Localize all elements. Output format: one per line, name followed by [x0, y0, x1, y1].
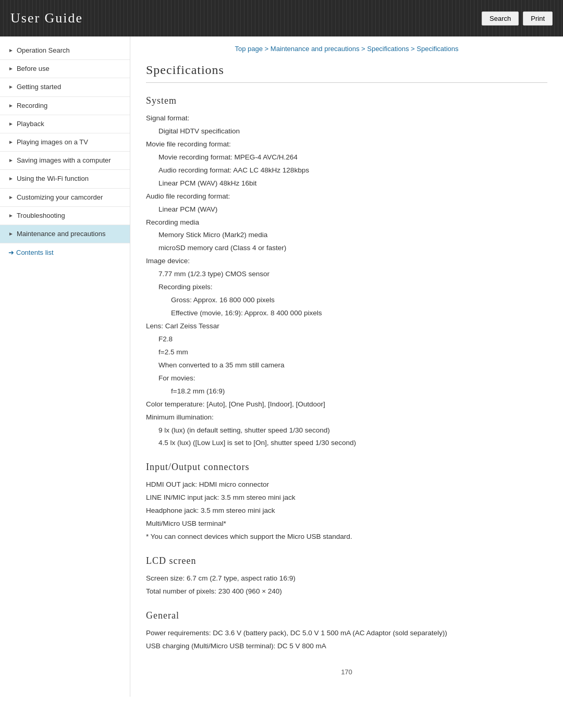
system-line-10: microSD memory card (Class 4 or faster) [158, 242, 547, 254]
header-buttons: Search Print [482, 11, 553, 26]
sidebar-item-label: Maintenance and precautions [17, 229, 121, 239]
system-line-11: Image device: [146, 255, 547, 267]
system-line-15: Effective (movie, 16:9): Approx. 8 400 0… [171, 307, 547, 319]
sidebar: ► Operation Search ► Before use ► Gettin… [0, 36, 130, 697]
system-line-6: Audio file recording format: [146, 191, 547, 203]
page-title: Specifications [146, 63, 547, 83]
content-area: Top page > Maintenance and precautions >… [130, 36, 563, 697]
section-heading-system: System [146, 95, 547, 106]
system-line-22: Color temperature: [Auto], [One Push], [… [146, 399, 547, 411]
system-line-25: 4.5 lx (lux) ([Low Lux] is set to [On], … [158, 437, 547, 449]
arrow-icon: ► [8, 230, 14, 238]
breadcrumb-specs-parent[interactable]: Specifications [367, 45, 409, 53]
sidebar-item-saving-images[interactable]: ► Saving images with a computer [0, 152, 130, 170]
system-line-9: Memory Stick Micro (Mark2) media [158, 229, 547, 241]
system-line-20: For movies: [158, 373, 547, 385]
io-line-1: LINE IN/MIC input jack: 3.5 mm stereo mi… [146, 492, 547, 504]
arrow-icon: ► [8, 212, 14, 219]
page-number: 170 [146, 668, 547, 676]
arrow-icon: ► [8, 102, 14, 109]
lcd-line-0: Screen size: 6.7 cm (2.7 type, aspect ra… [146, 573, 547, 585]
system-line-13: Recording pixels: [158, 281, 547, 293]
sidebar-item-label: Playing images on a TV [17, 138, 121, 147]
system-line-0: Signal format: [146, 113, 547, 125]
sidebar-item-playing-images[interactable]: ► Playing images on a TV [0, 133, 130, 152]
arrow-icon: ► [8, 139, 14, 146]
section-io-content: HDMI OUT jack: HDMI micro connector LINE… [146, 479, 547, 543]
system-line-8: Recording media [146, 217, 547, 229]
sidebar-item-customizing[interactable]: ► Customizing your camcorder [0, 189, 130, 207]
io-line-0: HDMI OUT jack: HDMI micro connector [146, 479, 547, 491]
breadcrumb: Top page > Maintenance and precautions >… [146, 45, 547, 53]
system-line-3: Movie recording format: MPEG-4 AVC/H.264 [158, 152, 547, 164]
breadcrumb-top[interactable]: Top page [235, 45, 263, 53]
sidebar-item-label: Customizing your camcorder [17, 193, 121, 202]
arrow-icon: ► [8, 65, 14, 72]
system-line-19: When converted to a 35 mm still camera [158, 360, 547, 372]
arrow-icon: ► [8, 120, 14, 128]
sidebar-item-getting-started[interactable]: ► Getting started [0, 78, 130, 96]
system-line-17: F2.8 [158, 334, 547, 346]
system-line-5: Linear PCM (WAV) 48kHz 16bit [158, 178, 547, 190]
sidebar-item-recording[interactable]: ► Recording [0, 97, 130, 115]
section-heading-general: General [146, 610, 547, 621]
sidebar-item-troubleshooting[interactable]: ► Troubleshooting [0, 207, 130, 225]
sidebar-item-maintenance[interactable]: ► Maintenance and precautions [0, 225, 130, 243]
arrow-icon: ► [8, 175, 14, 182]
section-general-content: Power requirements: DC 3.6 V (battery pa… [146, 627, 547, 652]
general-line-1: USB charging (Multi/Micro USB terminal):… [146, 640, 547, 652]
contents-link-label: Contents list [16, 249, 54, 256]
system-line-18: f=2.5 mm [158, 347, 547, 359]
arrow-icon: ► [8, 157, 14, 164]
main-layout: ► Operation Search ► Before use ► Gettin… [0, 36, 563, 697]
system-line-14: Gross: Approx. 16 800 000 pixels [171, 294, 547, 306]
system-line-7: Linear PCM (WAV) [158, 204, 547, 216]
sidebar-item-label: Operation Search [17, 46, 121, 55]
header: User Guide Search Print [0, 0, 563, 36]
sidebar-item-operation-search[interactable]: ► Operation Search [0, 42, 130, 60]
section-lcd-content: Screen size: 6.7 cm (2.7 type, aspect ra… [146, 573, 547, 598]
sidebar-item-playback[interactable]: ► Playback [0, 115, 130, 133]
sidebar-item-label: Troubleshooting [17, 211, 121, 220]
system-line-12: 7.77 mm (1/2.3 type) CMOS sensor [158, 268, 547, 280]
arrow-right-icon: ➜ [8, 249, 14, 256]
system-line-21: f=18.2 mm (16:9) [171, 386, 547, 398]
section-heading-io: Input/Output connectors [146, 462, 547, 473]
sidebar-item-label: Using the Wi-Fi function [17, 174, 121, 183]
sidebar-item-label: Playback [17, 119, 121, 129]
io-line-3: Multi/Micro USB terminal* [146, 518, 547, 530]
system-line-23: Minimum illumination: [146, 412, 547, 424]
section-system-content: Signal format: Digital HDTV specificatio… [146, 113, 547, 449]
arrow-icon: ► [8, 83, 14, 91]
sidebar-item-label: Saving images with a computer [17, 156, 121, 165]
system-line-1: Digital HDTV specification [158, 126, 547, 138]
print-button[interactable]: Print [523, 11, 553, 26]
breadcrumb-maintenance[interactable]: Maintenance and precautions [271, 45, 360, 53]
sidebar-item-wifi[interactable]: ► Using the Wi-Fi function [0, 170, 130, 188]
arrow-icon: ► [8, 194, 14, 201]
general-line-0: Power requirements: DC 3.6 V (battery pa… [146, 627, 547, 639]
arrow-icon: ► [8, 47, 14, 54]
system-line-16: Lens: Carl Zeiss Tessar [146, 320, 547, 332]
sidebar-item-label: Before use [17, 64, 121, 73]
sidebar-item-label: Getting started [17, 82, 121, 92]
system-line-2: Movie file recording format: [146, 139, 547, 151]
io-line-2: Headphone jack: 3.5 mm stereo mini jack [146, 505, 547, 517]
app-title: User Guide [10, 10, 83, 26]
lcd-line-1: Total number of pixels: 230 400 (960 × 2… [146, 586, 547, 598]
system-line-24: 9 lx (lux) (in default setting, shutter … [158, 425, 547, 437]
contents-list-link[interactable]: ➜ Contents list [0, 243, 130, 262]
search-button[interactable]: Search [482, 11, 519, 26]
io-line-4: * You can connect devices which support … [146, 531, 547, 543]
system-line-4: Audio recording format: AAC LC 48kHz 128… [158, 165, 547, 177]
section-heading-lcd: LCD screen [146, 556, 547, 566]
sidebar-item-label: Recording [17, 101, 121, 110]
breadcrumb-specs-current[interactable]: Specifications [417, 45, 458, 53]
sidebar-item-before-use[interactable]: ► Before use [0, 60, 130, 78]
